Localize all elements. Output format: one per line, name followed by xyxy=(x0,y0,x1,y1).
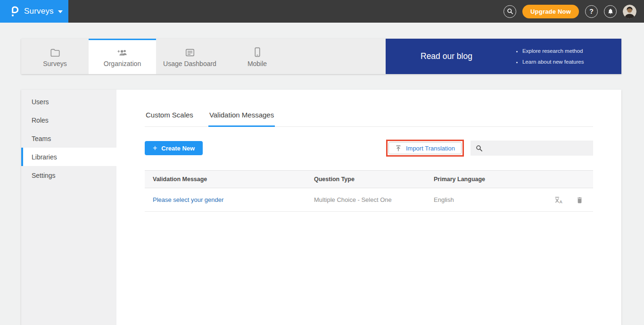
create-new-label: Create New xyxy=(161,145,195,152)
search-input[interactable] xyxy=(487,141,593,156)
main-card: Users Roles Teams Libraries Settings Cus… xyxy=(21,90,621,325)
search-button[interactable] xyxy=(504,5,516,18)
notifications-button[interactable] xyxy=(604,5,617,18)
nav-tab-label: Usage Dashboard xyxy=(163,60,216,67)
tab-custom-scales[interactable]: Custom Scales xyxy=(145,111,194,127)
validation-messages-table: Validation Message Question Type Primary… xyxy=(145,170,593,212)
sidebar-item-libraries[interactable]: Libraries xyxy=(21,148,116,166)
nav-tab-organization[interactable]: Organization xyxy=(89,39,156,74)
primary-nav-card: Surveys Organization xyxy=(21,39,621,74)
create-new-button[interactable]: + Create New xyxy=(145,141,203,155)
delete-button[interactable] xyxy=(576,196,584,204)
translate-button[interactable]: A xyxy=(554,195,563,205)
table-search xyxy=(471,141,593,156)
import-translation-button[interactable]: Import Translation xyxy=(388,142,462,154)
import-translation-label: Import Translation xyxy=(406,145,455,152)
question-type-cell: Multiple Choice - Select One xyxy=(314,196,434,203)
toolbar: + Create New Import Translation xyxy=(145,140,593,157)
settings-sidebar: Users Roles Teams Libraries Settings xyxy=(21,90,116,325)
import-translation-highlight: Import Translation xyxy=(386,140,464,157)
search-icon xyxy=(476,145,483,152)
libraries-content: Custom Scales Validation Messages + Crea… xyxy=(116,90,621,325)
search-icon xyxy=(507,8,513,15)
bell-icon xyxy=(607,8,614,15)
chevron-down-icon xyxy=(58,10,63,13)
table-row: Please select your gender Multiple Choic… xyxy=(145,188,593,212)
svg-text:A: A xyxy=(559,200,562,204)
header-actions: Upgrade Now ? xyxy=(504,5,644,18)
banner-title: Read our blog xyxy=(421,51,472,61)
translate-icon: A xyxy=(554,195,563,205)
app-switcher[interactable]: Surveys xyxy=(0,0,68,23)
sidebar-item-settings[interactable]: Settings xyxy=(21,166,116,184)
app-menu-label: Surveys xyxy=(24,7,54,16)
column-header-question-type: Question Type xyxy=(314,176,434,183)
column-header-primary-language: Primary Language xyxy=(434,176,593,183)
nav-tab-label: Surveys xyxy=(43,60,67,67)
banner-bullet: Explore research method xyxy=(522,46,584,57)
library-tabs: Custom Scales Validation Messages xyxy=(145,111,593,127)
sidebar-item-users[interactable]: Users xyxy=(21,92,116,111)
nav-tab-label: Mobile xyxy=(248,60,267,67)
folder-icon xyxy=(50,47,60,57)
banner-bullet: Learn about new features xyxy=(522,57,584,67)
nav-tab-usage-dashboard[interactable]: Usage Dashboard xyxy=(156,39,223,74)
mobile-icon xyxy=(254,47,261,57)
sidebar-item-teams[interactable]: Teams xyxy=(21,129,116,148)
table-header-row: Validation Message Question Type Primary… xyxy=(145,170,593,188)
validation-message-link[interactable]: Please select your gender xyxy=(153,196,223,203)
nav-tab-label: Organization xyxy=(104,60,141,67)
blog-banner[interactable]: Read our blog Explore research method Le… xyxy=(386,39,621,74)
plus-icon: + xyxy=(153,144,157,152)
primary-language-cell: English xyxy=(434,196,554,203)
trash-icon xyxy=(576,196,584,204)
dashboard-icon xyxy=(185,47,195,57)
help-button[interactable]: ? xyxy=(585,5,598,18)
nav-tab-mobile[interactable]: Mobile xyxy=(223,39,291,74)
column-header-validation-message: Validation Message xyxy=(145,176,314,183)
upload-icon xyxy=(395,145,402,152)
sidebar-item-roles[interactable]: Roles xyxy=(21,111,116,129)
question-mark-icon: ? xyxy=(589,8,594,15)
questionpro-logo-icon xyxy=(9,6,19,17)
primary-nav-tabs: Surveys Organization xyxy=(21,39,386,74)
tab-validation-messages[interactable]: Validation Messages xyxy=(208,111,275,127)
upgrade-now-button[interactable]: Upgrade Now xyxy=(522,5,579,18)
top-header: Surveys Upgrade Now ? xyxy=(0,0,644,23)
toolbar-right: Import Translation xyxy=(386,140,593,157)
row-actions: A xyxy=(554,195,593,205)
nav-tab-surveys[interactable]: Surveys xyxy=(21,39,89,74)
user-avatar[interactable] xyxy=(623,5,636,18)
banner-bullet-list: Explore research method Learn about new … xyxy=(516,46,584,67)
person-add-icon xyxy=(117,47,128,57)
